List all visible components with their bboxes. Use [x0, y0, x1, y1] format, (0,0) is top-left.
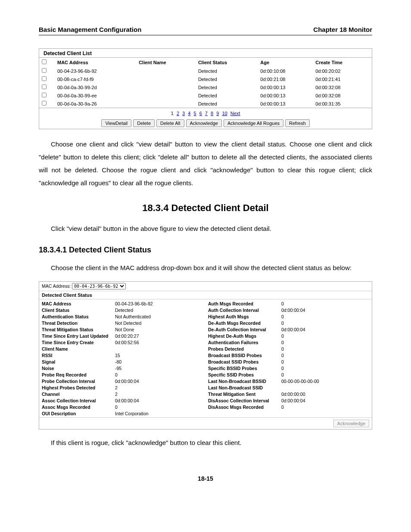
status-value: Not Authenticated	[115, 314, 203, 319]
status-label: Threat Detection	[42, 320, 115, 326]
status-col-left: MAC Address00-04-23-96-6b-92Client Statu…	[39, 299, 206, 417]
status-line: Highest Probes Detected2	[39, 384, 206, 391]
delete-all-button[interactable]: Delete All	[156, 119, 184, 127]
status-value: 0d:00:00:00	[281, 392, 369, 397]
status-label: Auth Msgs Recorded	[208, 301, 281, 306]
status-line: Broadcast BSSID Probes0	[206, 352, 372, 358]
cell-mac: 00-0d-0a-30-99-2d	[55, 83, 136, 91]
status-col-right: Auth Msgs Recorded0Auth Collection Inter…	[206, 299, 372, 417]
pager-current: 1	[171, 111, 174, 116]
status-value: 00-04-23-96-6b-92	[115, 301, 203, 306]
status-label: Channel	[42, 392, 115, 397]
status-value: 0	[281, 372, 369, 377]
pager-link[interactable]: 5	[193, 111, 196, 116]
table-row: 00-0d-0a-30-99-2dDetected0d:00:00:130d:0…	[39, 83, 372, 91]
status-label: Probe Req Recorded	[42, 372, 115, 377]
row-checkbox[interactable]	[42, 101, 47, 106]
status-line: MAC Address00-04-23-96-6b-92	[39, 300, 206, 307]
cell-name	[136, 100, 196, 108]
status-line: Highest De-Auth Msgs0	[206, 333, 372, 339]
status-value: 0	[281, 314, 369, 319]
mac-address-select[interactable]: 00-04-23-96-6b-92	[72, 283, 126, 289]
status-line: Specific SSID Probes0	[206, 371, 372, 378]
status-label: Threat Mitigation Sent	[208, 392, 281, 397]
status-line: Noise-95	[39, 365, 206, 371]
status-value: Intel Corporation	[115, 411, 203, 416]
status-value: 0d:00:52:56	[115, 340, 203, 345]
status-label: MAC Address	[42, 301, 115, 306]
cell-status: Detected	[196, 83, 258, 91]
paragraph-4: If this client is rogue, click "acknowle…	[39, 436, 372, 449]
cell-age: 0d:00:00:13	[258, 100, 313, 108]
status-label: Noise	[42, 366, 115, 371]
cell-create: 0d:00:32:08	[313, 91, 372, 100]
status-label: Auth Collection Interval	[208, 308, 281, 313]
status-line: Threat Mitigation Sent0d:00:00:00	[206, 391, 372, 397]
pager-next[interactable]: Next	[230, 111, 240, 116]
view-detail-button[interactable]: ViewDetail	[101, 119, 131, 127]
pager-link[interactable]: 4	[188, 111, 190, 116]
status-line: Client StatusDetected	[39, 307, 206, 313]
col-name: Client Name	[136, 58, 196, 67]
status-value: 0	[281, 353, 369, 358]
detected-client-status-panel: MAC Address: 00-04-23-96-6b-92 Detected …	[39, 281, 372, 429]
section-heading-main: 18.3.4 Detected Client Detail	[39, 202, 372, 214]
acknowledge-button[interactable]: Acknowledge	[186, 119, 222, 127]
paragraph-2: Click "view detail" button in the above …	[39, 222, 372, 235]
pager-link[interactable]: 9	[216, 111, 219, 116]
status-line: Assoc Msgs Recorded0	[39, 404, 206, 410]
select-all-checkbox[interactable]	[42, 59, 47, 64]
status-value: -80	[115, 359, 203, 364]
status-label: Threat Mitigation Status	[42, 327, 115, 332]
mac-address-row: MAC Address: 00-04-23-96-6b-92	[39, 282, 372, 291]
status-label: Specific BSSID Probes	[208, 366, 281, 371]
status-value: 0	[115, 404, 203, 410]
status-line: Signal-80	[39, 358, 206, 365]
acknowledge-all-rogues-button[interactable]: Acknowledge All Rogues	[224, 119, 283, 127]
cell-age: 0d:00:00:13	[258, 83, 313, 91]
cell-mac: 00-0d-0a-30-9a-26	[55, 100, 136, 108]
row-checkbox[interactable]	[42, 93, 47, 97]
header-left: Basic Management Configuration	[39, 26, 141, 33]
status-line: RSSI15	[39, 352, 206, 358]
status-label: Broadcast BSSID Probes	[208, 353, 281, 358]
status-value: 0d:00:00:04	[115, 398, 203, 403]
status-label: Broadcast SSID Probes	[208, 359, 281, 364]
paragraph-1: Choose one client and click "view detail…	[39, 138, 372, 190]
status-value: 0	[281, 346, 369, 352]
col-create: Create Time	[313, 58, 372, 67]
pager-link[interactable]: 7	[205, 111, 208, 116]
status-value: 00-00-00-00-00-00	[281, 379, 369, 384]
delete-button[interactable]: Delete	[133, 119, 155, 127]
row-checkbox[interactable]	[42, 76, 47, 81]
status-label: Client Name	[42, 346, 115, 352]
button-row: ViewDetail Delete Delete All Acknowledge…	[39, 118, 372, 129]
panel-title: Detected Client List	[39, 48, 372, 57]
status-acknowledge-button[interactable]: Acknowledge	[333, 420, 369, 427]
table-row: 00-0d-0a-30-99-eeDetected0d:00:00:130d:0…	[39, 91, 372, 100]
status-value: 0	[281, 340, 369, 345]
cell-name	[136, 75, 196, 83]
pager-link[interactable]: 8	[211, 111, 213, 116]
status-label: De-Auth Msgs Recorded	[208, 320, 281, 326]
paragraph-3: Choose the client in the MAC address dro…	[39, 261, 372, 274]
pager-link[interactable]: 3	[182, 111, 185, 116]
mac-label: MAC Address:	[42, 283, 71, 289]
pager-link[interactable]: 10	[222, 111, 227, 116]
cell-create: 0d:00:32:08	[313, 83, 372, 91]
row-checkbox[interactable]	[42, 68, 47, 73]
table-row: 00-04-23-96-6b-92Detected0d:00:10:080d:0…	[39, 67, 372, 75]
status-value: 0	[281, 320, 369, 326]
pager-link[interactable]: 6	[199, 111, 202, 116]
col-status: Client Status	[196, 58, 258, 67]
status-label: DisAssoc Msgs Recorded	[208, 404, 281, 410]
refresh-button[interactable]: Refresh	[285, 119, 310, 127]
pager-link[interactable]: 2	[177, 111, 179, 116]
cell-mac: 00-0d-0a-30-99-ee	[55, 91, 136, 100]
status-value: 0d:00:00:04	[281, 308, 369, 313]
status-value: Not Detected	[115, 320, 203, 326]
status-label: OUI Description	[42, 411, 115, 416]
row-checkbox[interactable]	[42, 84, 47, 89]
status-line: Broadcast SSID Probes0	[206, 358, 372, 365]
status-label: De-Auth Collection Interval	[208, 327, 281, 332]
